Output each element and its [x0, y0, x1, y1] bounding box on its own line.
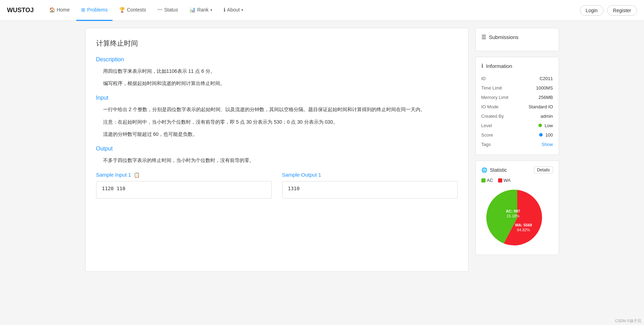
statistic-title: Statistic: [490, 167, 507, 173]
input-p2: 注意：在起始时间中，当小时为个位数时，没有前导的零，即 5 点 30 分表示为 …: [103, 118, 458, 126]
copy-icon[interactable]: 📋: [134, 172, 140, 178]
info-row-tags: Tags Show: [481, 140, 553, 149]
information-title: Information: [486, 63, 512, 69]
about-chevron-icon: ▾: [241, 8, 243, 12]
legend-wa-label: WA: [504, 178, 511, 183]
wa-pie-pct: 84.82%: [517, 228, 530, 232]
pie-chart-container: AC: 997 15.18% WA: 5569 84.82%: [481, 186, 553, 249]
pie-chart: AC: 997 15.18% WA: 5569 84.82%: [486, 186, 549, 249]
nav-about-label: About: [227, 7, 240, 13]
information-card: ℹ Information ID C2011 Time Limit 1000MS…: [475, 57, 559, 155]
description-content: 用四位数字来表示时间，比如1106表示 11 点 6 分。 编写程序，根据起始时…: [103, 67, 458, 88]
nav-problems[interactable]: ⊞ Problems: [76, 0, 112, 21]
info-icon: ℹ: [481, 63, 483, 69]
info-row-score: Score 100: [481, 130, 553, 140]
input-content: 一行中给出 2 个整数，分别是四位数字表示的起始时间、以及流逝的分钟数，其间以空…: [103, 105, 458, 139]
info-row-id: ID C2011: [481, 74, 553, 83]
brand: WUSTOJ: [7, 7, 34, 14]
desc-p2: 编写程序，根据起始时间和流逝的时间计算出终止时间。: [103, 79, 458, 88]
info-row-iomode: IO Mode Standard IO: [481, 102, 553, 111]
tags-show-link[interactable]: Show: [542, 142, 553, 147]
nav-items: 🏠 Home ⊞ Problems 🏆 Contests 〰 Status 📊 …: [44, 0, 580, 21]
info-row-memorylimit: Memory Limit 256MB: [481, 93, 553, 102]
nav-rank[interactable]: 📊 Rank ▾: [185, 0, 217, 21]
input-title: Input: [96, 95, 458, 101]
info-val-level: Low: [519, 121, 553, 130]
statistic-title-group: 🌐 Statistic: [481, 167, 507, 173]
problems-icon: ⊞: [81, 7, 85, 13]
input-p3: 流逝的分钟数可能超过 60，也可能是负数。: [103, 130, 458, 139]
ac-pie-label: AC: 997: [506, 209, 520, 213]
login-button[interactable]: Login: [580, 5, 604, 16]
sample-input-label: Sample Input 1 📋: [96, 172, 272, 178]
info-key-level: Level: [481, 121, 519, 130]
home-icon: 🏠: [49, 7, 55, 13]
sample-output-block: Sample Output 1 1310: [282, 172, 458, 199]
info-row-timelimit: Time Limit 1000MS: [481, 83, 553, 93]
nav-status-label: Status: [164, 7, 178, 13]
sample-output-title: Sample Output 1: [282, 172, 321, 178]
info-val-score: 100: [519, 130, 553, 140]
sample-row: Sample Input 1 📋 1120 110 Sample Output …: [96, 172, 458, 199]
legend-wa: WA: [498, 178, 511, 183]
information-title-row: ℹ Information: [481, 63, 553, 69]
info-val-timelimit: 1000MS: [519, 83, 553, 93]
description-title: Description: [96, 56, 458, 63]
nav-auth: Login Register: [580, 5, 637, 16]
level-value: Low: [545, 123, 553, 128]
rank-icon: 📊: [189, 7, 195, 13]
submissions-title: Submissions: [489, 34, 519, 40]
nav-status[interactable]: 〰 Status: [153, 0, 183, 21]
sample-output-box: 1310: [282, 181, 458, 199]
rank-chevron-icon: ▾: [210, 8, 212, 12]
info-key-memorylimit: Memory Limit: [481, 93, 519, 102]
wa-pie-label: WA: 5569: [515, 223, 532, 227]
info-key-timelimit: Time Limit: [481, 83, 519, 93]
nav-contests[interactable]: 🏆 Contests: [114, 0, 151, 21]
ac-pie-pct: 15.18%: [506, 214, 520, 218]
nav-contests-label: Contests: [127, 7, 146, 13]
info-val-iomode: Standard IO: [519, 102, 553, 111]
info-key-createdby: Created By: [481, 111, 519, 121]
output-title: Output: [96, 146, 458, 152]
register-button[interactable]: Register: [607, 5, 637, 16]
level-dot-icon: [538, 124, 542, 127]
info-val-id: C2011: [519, 74, 553, 83]
sample-input-box: 1120 110: [96, 181, 272, 199]
submissions-card: ☰ Submissions: [475, 28, 559, 51]
nav-problems-label: Problems: [87, 7, 108, 13]
info-key-id: ID: [481, 74, 519, 83]
nav-home-label: Home: [57, 7, 70, 13]
submissions-title-row: ☰ Submissions: [481, 34, 553, 40]
details-button[interactable]: Details: [534, 167, 553, 173]
score-dot-icon: [539, 133, 543, 137]
problem-content: 计算终止时间 Description 用四位数字来表示时间，比如1106表示 1…: [85, 28, 468, 272]
info-key-tags: Tags: [481, 140, 519, 149]
info-key-iomode: IO Mode: [481, 102, 519, 111]
score-value: 100: [545, 132, 553, 138]
sample-input-title: Sample Input 1: [96, 172, 131, 178]
info-row-createdby: Created By admin: [481, 111, 553, 121]
statistic-header: 🌐 Statistic Details: [481, 167, 553, 173]
contests-icon: 🏆: [119, 7, 125, 13]
sample-input-value: 1120 110: [102, 186, 125, 191]
input-p1: 一行中给出 2 个整数，分别是四位数字表示的起始时间、以及流逝的分钟数，其间以空…: [103, 105, 458, 114]
desc-p1: 用四位数字来表示时间，比如1106表示 11 点 6 分。: [103, 67, 458, 76]
statistic-card: 🌐 Statistic Details AC WA: [475, 161, 559, 255]
sample-output-label: Sample Output 1: [282, 172, 458, 178]
legend: AC WA: [481, 178, 553, 183]
info-val-tags: Show: [519, 140, 553, 149]
statistic-globe-icon: 🌐: [481, 167, 487, 173]
nav-about[interactable]: ℹ About ▾: [219, 0, 248, 21]
output-p1: 不多于四位数字表示的终止时间，当小时为个位数时，没有前导的零。: [103, 156, 458, 165]
status-icon: 〰: [157, 7, 162, 13]
ac-dot-icon: [481, 178, 486, 183]
info-key-score: Score: [481, 130, 519, 140]
sidebar: ☰ Submissions ℹ Information ID C2011 Tim…: [475, 28, 559, 272]
info-val-memorylimit: 256MB: [519, 93, 553, 102]
main-container: 计算终止时间 Description 用四位数字来表示时间，比如1106表示 1…: [78, 21, 566, 279]
wa-dot-icon: [498, 178, 502, 183]
info-val-createdby: admin: [519, 111, 553, 121]
nav-home[interactable]: 🏠 Home: [44, 0, 75, 21]
nav-rank-label: Rank: [197, 7, 209, 13]
